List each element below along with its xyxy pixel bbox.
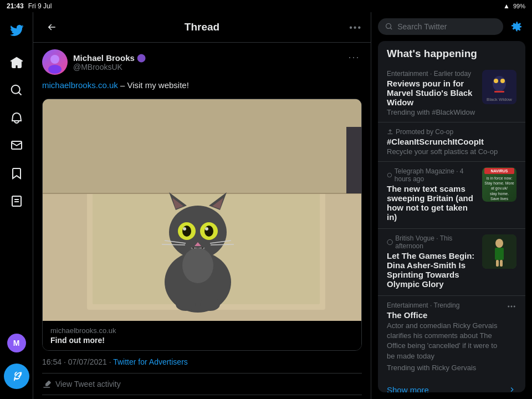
right-sidebar: What's happening Entertainment · Earlier…: [371, 12, 532, 399]
svg-point-28: [200, 298, 220, 311]
tweet-user-details: Michael Brooks ⬤ @MBrooksUK: [73, 53, 146, 71]
sidebar-item-notifications[interactable]: [4, 105, 29, 131]
trend-content-3: Telegraph Magazine · 4 hours ago The new…: [387, 167, 477, 223]
trend-more-icon-5[interactable]: [507, 301, 516, 314]
divider-1: [42, 373, 362, 374]
sidebar-item-home[interactable]: [4, 50, 29, 75]
tweet-text: michaelbrooks.co.uk – Visit my website!: [42, 79, 362, 92]
svg-rect-5: [43, 99, 361, 193]
tweet-card-footer: michaelbrooks.co.uk Find out more!: [43, 321, 361, 350]
wifi-icon: ▲: [503, 2, 510, 10]
trend-content-5: Entertainment · Trending The Office Acto…: [387, 301, 507, 372]
tweet-author-name: Michael Brooks: [73, 53, 135, 63]
trend-category-3: Telegraph Magazine · 4 hours ago: [387, 167, 477, 183]
sidebar-item-bookmarks[interactable]: [4, 161, 29, 186]
svg-rect-39: [495, 248, 504, 260]
verified-badge: ⬤: [137, 53, 146, 62]
sidebar-item-explore[interactable]: [4, 78, 29, 103]
whats-happening-section: What's happening Entertainment · Earlier…: [378, 41, 525, 392]
trend-category-1: Entertainment · Earlier today: [387, 70, 477, 78]
status-date: Fri 9 Jul: [28, 2, 52, 10]
tweet-user-info: Michael Brooks ⬤ @MBrooksUK: [42, 49, 146, 75]
svg-line-23: [162, 244, 185, 245]
trend-item-2[interactable]: Promoted by Co-op #CleanItScrunchItCoopI…: [378, 122, 525, 162]
svg-point-26: [182, 248, 213, 283]
svg-point-1: [48, 65, 62, 74]
sidebar-item-lists[interactable]: [4, 188, 29, 214]
svg-rect-34: [494, 91, 504, 93]
trend-subtitle-2: Recycle your soft plastics at Co-op: [387, 147, 516, 156]
tweet-date: 07/07/2021: [68, 357, 107, 366]
tweet-avatar[interactable]: [42, 49, 68, 75]
back-button[interactable]: [42, 18, 61, 37]
svg-line-25: [211, 244, 234, 245]
search-area: [371, 12, 532, 41]
tweet-card-image: [43, 99, 361, 321]
view-tweet-activity[interactable]: View Tweet activity: [42, 379, 362, 389]
tweet-card-title: Find out more!: [50, 336, 354, 345]
svg-point-0: [50, 55, 59, 64]
main-content: Thread ••• Michael: [33, 12, 371, 399]
tweet-link[interactable]: michaelbrooks.co.uk: [42, 80, 118, 90]
trend-content-1: Entertainment · Earlier today Reviews po…: [387, 70, 477, 116]
trend-content-4: British Vogue · This afternoon Let The G…: [387, 234, 477, 290]
chevron-right-icon: [508, 385, 516, 392]
compose-button[interactable]: [4, 364, 29, 389]
svg-rect-29: [346, 127, 361, 193]
trend-label-5: The Office: [387, 310, 507, 320]
tweet-meta: 16:54 · 07/07/2021 · Twitter for Adverti…: [42, 357, 362, 366]
whats-happening-title: What's happening: [378, 41, 525, 64]
svg-point-31: [493, 76, 506, 91]
search-icon: [385, 22, 393, 31]
svg-text:Black Widow: Black Widow: [487, 97, 512, 102]
tweet-activity-label: View Tweet activity: [55, 380, 121, 388]
tweet-source[interactable]: Twitter for Advertisers: [113, 357, 188, 366]
svg-point-15: [182, 226, 191, 237]
trend-label-1: Reviews pour in for Marvel Studio's Blac…: [387, 79, 477, 107]
svg-point-32: [494, 79, 498, 83]
trend-item-3[interactable]: Telegraph Magazine · 4 hours ago The new…: [378, 162, 525, 229]
svg-point-27: [176, 298, 196, 311]
tweet-text-suffix: – Visit my website!: [118, 80, 189, 90]
trend-image-3: NAVIRUS is in force now:Stay home. More …: [482, 167, 516, 202]
tweet-time: 16:54: [42, 357, 62, 366]
trend-subtitle-5: Actor and comedian Ricky Gervais clarifi…: [387, 321, 507, 361]
svg-rect-40: [496, 260, 499, 267]
sidebar-item-messages[interactable]: [4, 133, 29, 158]
more-options-button[interactable]: •••: [349, 22, 362, 33]
left-sidebar: M: [0, 12, 33, 399]
battery-icon: 99%: [513, 3, 525, 9]
trend-item-5[interactable]: Entertainment · Trending The Office Acto…: [378, 296, 525, 377]
thread-title: Thread: [185, 21, 219, 33]
trend-item-1[interactable]: Entertainment · Earlier today Reviews po…: [378, 64, 525, 122]
svg-point-18: [205, 227, 208, 231]
trend-label-4: Let The Games Begin: Dina Asher-Smith Is…: [387, 251, 477, 289]
trend-item-4[interactable]: British Vogue · This afternoon Let The G…: [378, 229, 525, 296]
tweet-area: Michael Brooks ⬤ @MBrooksUK ··· michaelb…: [33, 43, 371, 399]
trend-category-4: British Vogue · This afternoon: [387, 234, 477, 250]
thread-header: Thread •••: [33, 12, 371, 43]
tweet-more-options[interactable]: ···: [346, 49, 362, 65]
search-settings-button[interactable]: [508, 18, 525, 35]
trend-category-5: Entertainment · Trending: [387, 301, 507, 309]
search-bar[interactable]: [378, 18, 503, 35]
show-more-button[interactable]: Show more: [378, 377, 525, 392]
search-input[interactable]: [397, 22, 496, 31]
trend-subtitle-1: Trending with #BlackWidow: [387, 108, 477, 116]
status-time: 21:43: [7, 2, 24, 10]
trend-category-2: Promoted by Co-op: [387, 128, 516, 136]
divider-2: [42, 395, 362, 395]
tweet-author-handle: @MBrooksUK: [73, 63, 146, 71]
trend-extra-5: Trending with Ricky Gervais: [387, 364, 507, 372]
trend-image-1: Black Widow: [482, 70, 516, 104]
trend-label-3: The new text scams sweeping Britain (and…: [387, 184, 477, 222]
show-more-label: Show more: [387, 385, 429, 392]
tweet-card[interactable]: michaelbrooks.co.uk Find out more!: [42, 99, 362, 351]
trend-content-2: Promoted by Co-op #CleanItScrunchItCoopI…: [387, 128, 516, 156]
user-avatar[interactable]: M: [7, 334, 26, 352]
twitter-logo[interactable]: [4, 18, 29, 43]
tweet-card-url: michaelbrooks.co.uk: [50, 326, 354, 335]
svg-point-36: [387, 239, 392, 244]
svg-rect-41: [500, 260, 503, 267]
svg-point-33: [500, 79, 505, 83]
